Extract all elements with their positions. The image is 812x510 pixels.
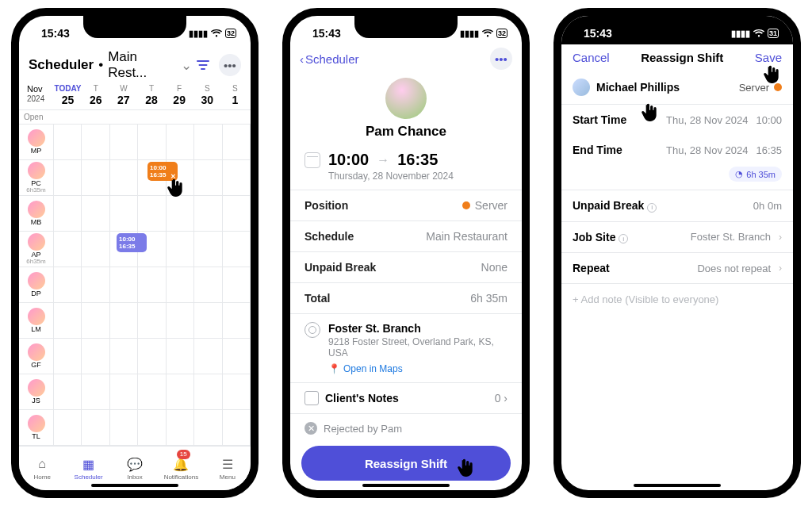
avatar: [28, 201, 45, 218]
shift-end: 16:35: [119, 243, 144, 250]
schedule-grid: MPPC6h35mMBAP6h35mDPLMGFJSTL 10:00 16:35…: [19, 125, 251, 446]
row-repeat[interactable]: Repeat Does not repeat›: [561, 253, 793, 283]
week-day[interactable]: T26: [82, 84, 109, 106]
week-day[interactable]: W27: [109, 84, 137, 106]
day-label: TODAY: [54, 84, 82, 93]
employee-cell[interactable]: DP: [19, 267, 53, 303]
week-day[interactable]: T28: [137, 84, 165, 106]
home-indicator: [91, 484, 178, 487]
employee-cell[interactable]: GF: [19, 339, 53, 374]
save-button[interactable]: Save: [755, 51, 782, 64]
avatar: [28, 379, 45, 397]
reassign-shift-button[interactable]: Reassign Shift: [301, 446, 511, 481]
week-day[interactable]: TODAY25: [54, 84, 82, 106]
position-color-icon: [462, 201, 470, 209]
phone-reassign: 15:43 ▮▮▮▮ 31 Cancel Reassign Shift Save…: [553, 8, 801, 498]
employee-cell[interactable]: AP6h35m: [19, 232, 53, 267]
day-label: T: [137, 84, 165, 93]
profile-header: Pam Chance: [290, 73, 522, 148]
back-button[interactable]: ‹Scheduler: [300, 52, 359, 66]
nav-bar: Cancel Reassign Shift Save: [561, 44, 793, 71]
add-note-input[interactable]: + Add note (Visible to everyone): [561, 284, 793, 315]
info-icon: i: [647, 203, 657, 213]
shift-chip-purple[interactable]: 10:00 16:35: [117, 233, 147, 252]
day-label: F: [166, 84, 193, 93]
calendar-icon: [304, 152, 320, 168]
more-icon[interactable]: •••: [490, 48, 512, 70]
day-label: S: [193, 84, 221, 93]
employee-code: JS: [32, 397, 40, 405]
week-day[interactable]: F29: [166, 84, 193, 106]
label: Repeat: [573, 262, 610, 274]
employee-row[interactable]: Michael Phillips Server: [561, 71, 793, 104]
rejected-row: ✕ Rejected by Pam: [290, 414, 522, 443]
location-section: Foster St. Branch 9218 Foster Street, Ov…: [290, 314, 522, 383]
employee-hours: 6h35m: [26, 258, 45, 265]
day-number: 30: [193, 94, 221, 106]
employee-name: Michael Phillips: [596, 81, 680, 94]
wifi-icon: [482, 29, 493, 38]
month-year: Nov 2024: [27, 84, 54, 103]
employee-cell[interactable]: MP: [19, 125, 53, 160]
schedule-cells: 10:00 16:35 ✕ 10:00 16:35: [54, 125, 251, 446]
employee-cell[interactable]: LM: [19, 303, 53, 339]
info-icon: i: [619, 234, 628, 243]
employee-cell[interactable]: TL: [19, 410, 53, 446]
week-days[interactable]: TODAY25T26W27T28F29S30S1: [54, 84, 249, 106]
chat-icon: 💬: [127, 456, 143, 472]
day-number: 26: [82, 94, 109, 106]
week-header: Nov 2024 TODAY25T26W27T28F29S30S1: [19, 84, 251, 109]
home-indicator: [634, 484, 721, 487]
month-label: Nov: [27, 84, 54, 94]
open-in-maps-link[interactable]: 📍Open in Maps: [328, 363, 508, 374]
employee-cell[interactable]: JS: [19, 374, 53, 410]
scheduler-title-group[interactable]: Scheduler • Main Rest... ⌄: [29, 49, 192, 81]
filter-icon[interactable]: [192, 54, 214, 76]
battery-icon: 32: [496, 29, 508, 38]
value: 0h 0m: [753, 200, 782, 212]
avatar: [385, 78, 427, 119]
tab-label: Scheduler: [75, 474, 103, 481]
value: None: [481, 261, 508, 274]
row-unpaid-break[interactable]: Unpaid Breaki 0h 0m: [561, 190, 793, 221]
status-indicators: ▮▮▮▮ 32: [460, 29, 508, 39]
avatar: [28, 162, 45, 179]
tab-home[interactable]: ⌂Home: [19, 447, 65, 490]
week-day[interactable]: S30: [193, 84, 221, 106]
row-notes[interactable]: Client's Notes 0 ›: [290, 383, 522, 414]
clock-icon: ◔: [735, 169, 743, 179]
year-label: 2024: [27, 94, 44, 103]
row-end-time[interactable]: End Time Thu, 28 Nov 202416:35: [561, 135, 793, 165]
label: Job Site: [573, 231, 615, 243]
label: Unpaid Break: [304, 261, 376, 274]
scheduler-header: Scheduler • Main Rest... ⌄ •••: [19, 44, 251, 84]
avatar: [573, 79, 590, 96]
battery-level: 32: [227, 29, 235, 37]
day-number: 29: [166, 94, 193, 106]
avatar: [28, 272, 45, 290]
location-name: Foster St. Branch: [328, 322, 421, 335]
avatar: [28, 233, 45, 251]
more-icon[interactable]: •••: [219, 54, 241, 76]
employee-cell[interactable]: MB: [19, 196, 53, 232]
week-day[interactable]: S1: [221, 84, 249, 106]
employee-cell[interactable]: PC6h35m: [19, 160, 53, 196]
time-value: 10:00: [756, 114, 782, 126]
tab-menu[interactable]: ☰Menu: [205, 447, 251, 490]
row-job-site[interactable]: Job Sitei Foster St. Branch›: [561, 222, 793, 253]
status-time: 15:43: [312, 27, 341, 40]
chevron-right-icon: ›: [779, 263, 782, 274]
page-title: Reassign Shift: [641, 51, 723, 64]
cancel-button[interactable]: Cancel: [573, 51, 610, 64]
row-position: Position Server: [290, 190, 522, 221]
employee-hours: 6h35m: [26, 186, 45, 194]
row-start-time[interactable]: Start Time Thu, 28 Nov 202410:00: [561, 105, 793, 135]
duration-value: 6h 35m: [746, 170, 776, 179]
avatar: [28, 129, 45, 147]
day-number: 1: [221, 94, 249, 106]
status-time: 15:43: [584, 27, 612, 40]
position-color-icon: [774, 83, 782, 91]
avatar: [28, 415, 45, 432]
signal-icon: ▮▮▮▮: [189, 29, 208, 39]
cursor-icon: [455, 457, 476, 477]
